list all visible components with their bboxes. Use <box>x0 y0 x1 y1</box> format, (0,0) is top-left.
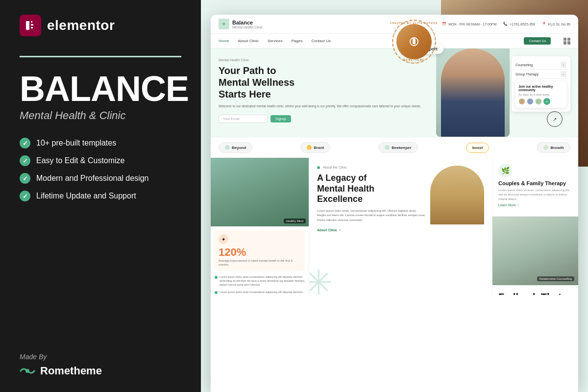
nav-cta-button[interactable]: Contact Us <box>524 37 551 45</box>
counselling-badge: Relationship Counselling <box>537 276 574 281</box>
brand-section: BALANCE Mental Health & Clinic <box>20 71 181 122</box>
text-lines: Lorem ipsum dolor amet consectetuer adip… <box>211 275 309 295</box>
therapy-image: Healthy Mind <box>211 158 309 226</box>
avatar-2 <box>527 98 534 105</box>
counseling-sidebar: Counseling › Group Therapy › Join our ac… <box>507 56 570 132</box>
signup-button[interactable]: Signup <box>270 115 291 122</box>
brand-brant: Brant <box>300 142 330 153</box>
feedback-section: Fedback That olumes. ...has been a bless… <box>492 285 578 295</box>
mint-divider <box>20 56 181 57</box>
brand-subtitle: Mental Health & Clinic <box>20 109 181 122</box>
brand-name: BALANCE <box>20 71 181 106</box>
counselling-photo: Relationship Counselling <box>492 217 578 285</box>
preview-logo-name: Balance <box>232 20 263 25</box>
left-panel: elementor BALANCE Mental Health & Clinic… <box>0 0 201 392</box>
rometheme-name: Rometheme <box>40 365 102 377</box>
feature-item-1: 10+ pre-built templates <box>20 138 181 148</box>
preview-logo: ⊕ Balance Mental Health Clinic <box>219 19 263 29</box>
svg-rect-1 <box>31 21 32 23</box>
stats-percent: 120% <box>219 246 301 259</box>
feature-item-2: Easy to Edit & Customize <box>20 155 181 166</box>
rometheme-icon <box>20 366 35 376</box>
avatar-3 <box>535 98 542 105</box>
preview-contact-info: ⏰ MON - FRI 08:00AM - 17:00PM 📞 +1761-85… <box>442 22 570 26</box>
svg-rect-0 <box>26 21 29 30</box>
counseling-box: Counseling › Group Therapy › Join our ac… <box>512 56 570 112</box>
elementor-text: elementor <box>47 18 115 33</box>
check-icon-1 <box>20 138 30 148</box>
elementor-icon <box>20 15 41 36</box>
right-column-mockup: 🌿 Couples & Family Therapy Lorem ipsum d… <box>492 158 578 295</box>
healthy-mind-badge: Healthy Mind <box>284 219 306 223</box>
brand-beekeeper: Beekeeper <box>378 142 417 153</box>
avatar-plus: + <box>543 98 550 105</box>
stats-description: Average improvement in client mental hea… <box>219 259 301 267</box>
right-panel: CREATED BY ELITE AUTHOR ROMETHEME · Supp… <box>201 0 588 392</box>
preview-logo-icon: ⊕ <box>219 19 229 29</box>
couples-card: 🌿 Couples & Family Therapy Lorem ipsum d… <box>492 158 578 217</box>
community-box: Join our active healthy community As eas… <box>515 82 566 108</box>
get-started-arrow[interactable]: ↗ <box>547 111 563 127</box>
community-avatars: + <box>518 98 564 105</box>
nav-about[interactable]: About Clinic <box>238 39 259 43</box>
made-by-section: Made By Rometheme <box>20 353 181 377</box>
grid-icon[interactable] <box>564 38 570 45</box>
elementor-logo: elementor <box>20 15 181 36</box>
made-by-label: Made By <box>20 353 181 361</box>
check-icon-4 <box>20 191 30 201</box>
preview-bottom: Healthy Mind ✦ 120% Average improvement … <box>211 158 578 295</box>
nav-pages[interactable]: Pages <box>292 39 303 43</box>
brand-browth: Browth <box>537 142 570 153</box>
about-link[interactable]: About Clinic › <box>317 228 484 232</box>
svg-rect-2 <box>31 24 33 25</box>
brands-bar: Beyond Brant Beekeeper boost Browth <box>211 137 578 158</box>
legacy-card: About the Clinic A Legacy ofMental Healt… <box>309 158 492 295</box>
couples-title: Couples & Family Therapy <box>498 180 572 186</box>
email-input[interactable]: Your Email <box>219 115 268 123</box>
stats-icon: ✦ <box>219 234 228 244</box>
check-icon-2 <box>20 155 30 166</box>
elite-author-badge: CREATED BY ELITE AUTHOR ROMETHEME <box>392 20 436 64</box>
svg-rect-3 <box>31 27 33 28</box>
brand-boost: boost <box>466 143 490 153</box>
preview-logo-sub: Mental Health Clinic <box>232 25 263 29</box>
features-list: 10+ pre-built templates Easy to Edit & C… <box>20 138 181 208</box>
svg-point-4 <box>25 369 29 373</box>
feedback-title: Fedback That olumes. <box>498 291 572 295</box>
brand-beyond: Beyond <box>219 142 252 153</box>
rometheme-logo: Rometheme <box>20 365 181 377</box>
nav-contact[interactable]: Contact Us <box>311 39 331 43</box>
website-mockup: ⊕ Balance Mental Health Clinic ⏰ MON - F… <box>211 15 578 392</box>
nav-services[interactable]: Services <box>268 39 283 43</box>
counseling-item-1: Counseling › <box>515 60 566 70</box>
learn-more-link[interactable]: Learn More › <box>498 203 572 207</box>
check-icon-3 <box>20 173 30 184</box>
counseling-item-2: Group Therapy › <box>515 70 566 79</box>
hero-person-image <box>436 49 510 137</box>
feature-item-3: Modern and Professional design <box>20 173 181 184</box>
avatar-1 <box>518 98 525 105</box>
feature-item-4: Lifetime Update and Support <box>20 191 181 201</box>
therapy-card: Healthy Mind ✦ 120% Average improvement … <box>211 158 309 295</box>
couples-icon: 🌿 <box>498 164 512 177</box>
couples-description: Lorem ipsum dolor sit amet, consectetur … <box>498 188 572 201</box>
about-label: About the Clinic <box>317 166 426 169</box>
nav-home[interactable]: Home <box>219 39 229 43</box>
stats-box: ✦ 120% Average improvement in client men… <box>215 230 305 271</box>
